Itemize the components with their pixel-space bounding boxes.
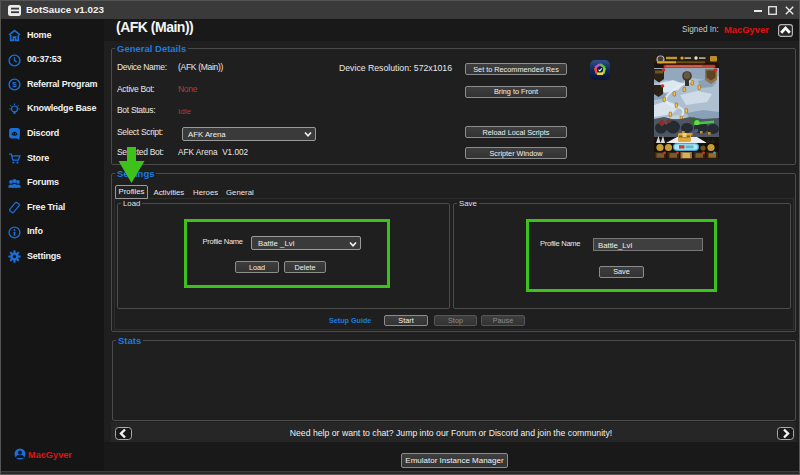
svg-text:$: $: [12, 81, 17, 90]
